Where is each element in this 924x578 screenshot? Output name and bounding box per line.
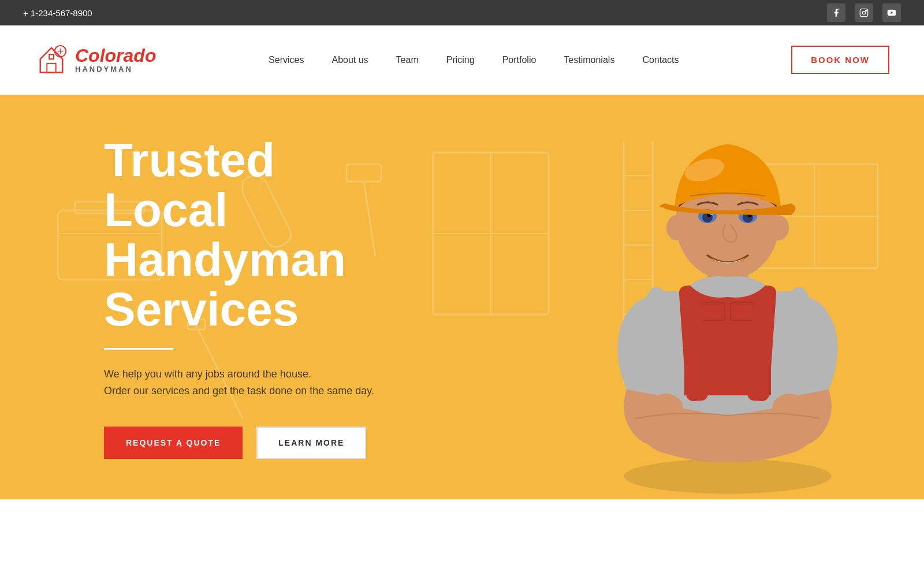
main-nav: Services About us Team Pricing Portfolio…	[269, 55, 679, 65]
hero-title: Trusted Local Handyman Services	[104, 135, 404, 334]
request-quote-button[interactable]: REQUEST A QUOTE	[104, 427, 243, 459]
hero-subtitle: We help you with any jobs around the hou…	[104, 366, 404, 399]
nav-services[interactable]: Services	[269, 55, 304, 65]
nav-about[interactable]: About us	[331, 55, 368, 65]
learn-more-button[interactable]: LEARN MORE	[256, 427, 366, 459]
nav-pricing[interactable]: Pricing	[446, 55, 475, 65]
svg-point-36	[768, 215, 789, 240]
hero-section: Trusted Local Handyman Services We help …	[0, 95, 924, 499]
topbar: + 1-234-567-8900	[0, 0, 924, 25]
logo[interactable]: Colorado HANDYMAN	[35, 43, 156, 77]
phone-number: + 1-234-567-8900	[23, 8, 92, 18]
svg-point-1	[862, 11, 865, 14]
worker-figure-svg	[589, 95, 866, 499]
hero-subtitle-line1: We help you with any jobs around the hou…	[104, 368, 311, 380]
logo-subtitle: HANDYMAN	[75, 65, 156, 73]
nav-testimonials[interactable]: Testimonials	[564, 55, 614, 65]
svg-point-2	[866, 10, 867, 11]
svg-point-35	[666, 215, 687, 240]
hero-worker-image	[531, 95, 924, 499]
logo-text: Colorado HANDYMAN	[75, 46, 156, 73]
hero-subtitle-line2: Order our services and get the task done…	[104, 385, 374, 397]
hero-content: Trusted Local Handyman Services We help …	[0, 135, 404, 460]
hero-title-line2: Handyman	[104, 233, 346, 286]
hero-title-line1: Trusted Local	[104, 134, 275, 236]
instagram-icon[interactable]	[855, 3, 873, 22]
youtube-icon[interactable]	[882, 3, 901, 22]
hero-divider	[104, 348, 173, 350]
logo-icon	[35, 43, 68, 77]
svg-rect-5	[49, 54, 54, 59]
svg-rect-4	[47, 63, 55, 72]
facebook-icon[interactable]	[827, 3, 845, 22]
nav-team[interactable]: Team	[396, 55, 419, 65]
logo-name: Colorado	[75, 46, 156, 65]
hero-title-line3: Services	[104, 283, 299, 335]
svg-point-30	[624, 459, 832, 494]
book-now-button[interactable]: BOOK NOW	[791, 46, 889, 74]
social-links	[827, 3, 901, 22]
nav-portfolio[interactable]: Portfolio	[502, 55, 536, 65]
nav-contacts[interactable]: Contacts	[642, 55, 679, 65]
header: Colorado HANDYMAN Services About us Team…	[0, 25, 924, 95]
hero-buttons: REQUEST A QUOTE LEARN MORE	[104, 427, 404, 459]
